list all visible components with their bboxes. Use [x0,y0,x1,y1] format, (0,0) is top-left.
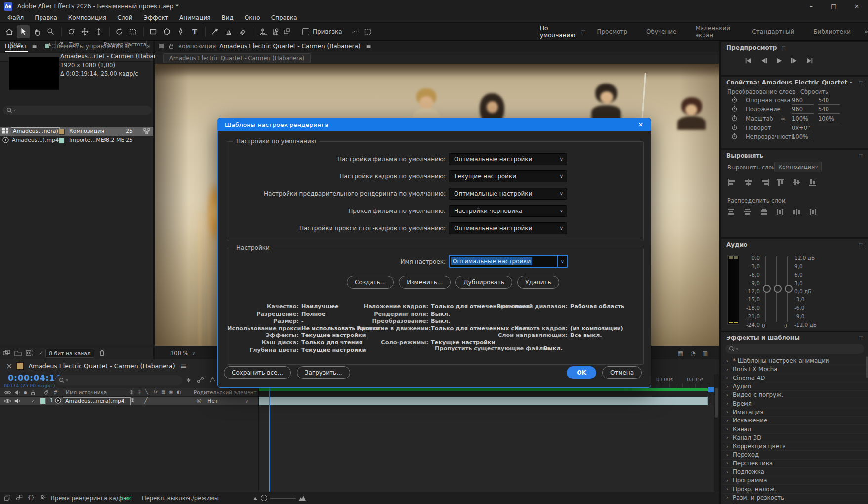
current-time-indicator[interactable] [269,374,270,492]
duplicate-template-button[interactable]: Дублировать [455,276,512,289]
grid-options-icon[interactable]: ▦ [678,350,683,357]
align-right-button[interactable] [760,178,770,186]
link-dimensions-icon[interactable]: ∞ [781,115,785,122]
comp-color-swatch[interactable] [16,362,24,370]
dialog-close-button[interactable]: × [637,120,644,129]
property-value[interactable]: 960 [792,97,814,105]
effects-search-input[interactable]: ∨ [725,344,864,354]
project-row-footage[interactable]: Amadeus…).mp4 Importe…MEX 78,2 МБ 25 [0,136,153,145]
search-options-icon[interactable]: ∨ [66,378,68,382]
workspace-standard[interactable]: Стандартный [743,28,804,35]
effects-category[interactable]: ›Разм. и резкость [721,494,868,502]
search-options-icon[interactable]: ∨ [736,347,738,351]
project-bit-depth-button[interactable]: 8 бит на канал [45,349,94,358]
shape-tool[interactable] [161,25,173,38]
distribute-left-button[interactable] [776,208,786,216]
label-column-icon[interactable] [43,390,49,396]
timeline-scrollbar[interactable] [714,374,719,492]
align-top-button[interactable] [776,178,786,186]
menu-view[interactable]: Вид [216,14,239,21]
dolly-camera-tool[interactable] [92,25,105,38]
align-bottom-button[interactable] [809,178,819,186]
effects-category[interactable]: ›Программа [721,476,868,485]
expressions-icon[interactable]: {} [28,494,35,501]
last-frame-button[interactable] [804,56,815,66]
timeline-menu-icon[interactable]: ≡ [180,361,187,371]
slider-knob[interactable] [785,285,793,293]
toggle-switches-modes-button[interactable]: Перекл. выключ./режимы [142,495,219,502]
project-panel-menu-icon[interactable]: ≡ [32,43,37,50]
audio-panel-menu-icon[interactable]: ≡ [858,241,863,248]
delete-template-button[interactable]: Удалить [517,276,559,289]
layer-color-swatch[interactable] [40,398,46,404]
home-tool[interactable] [3,25,16,38]
preview-panel-menu-icon[interactable]: ≡ [781,44,786,51]
hand-tool[interactable] [31,25,43,38]
pan-camera-tool[interactable] [79,25,91,38]
ok-button[interactable]: OK [567,366,596,379]
pen-tool[interactable] [174,25,187,38]
properties-panel-menu-icon[interactable]: ≡ [858,79,863,86]
workspace-default[interactable]: По умолчанию [531,25,584,39]
settings-name-input[interactable]: Оптимальные настройки ∨ [449,255,568,268]
preview-time-icon[interactable]: ◔ [690,350,695,357]
quality-switch-icon[interactable]: ╲ [145,389,148,395]
property-label[interactable]: Опорная точка [746,97,791,104]
next-frame-button[interactable] [789,56,800,66]
flowchart-icon[interactable] [143,128,150,134]
speaker-icon[interactable] [14,398,20,404]
property-value[interactable]: 960 [792,106,814,114]
project-row-composition[interactable]: Amadeus…nera) Композиция 25 [0,127,153,136]
close-tab-icon[interactable]: × [6,361,12,371]
transparency-grid-icon[interactable] [16,494,23,501]
minimize-button[interactable]: – [800,0,823,13]
composition-mini-tab[interactable]: Amadeus Electric Quartet - Carmen (Haban… [163,53,311,63]
fx-switch-icon[interactable]: fx [153,389,158,394]
layer-duration-bar[interactable] [258,397,708,405]
align-panel-menu-icon[interactable]: ≡ [858,152,863,159]
clone-stamp-tool[interactable] [222,25,235,38]
load-button[interactable]: Загрузить... [297,366,350,379]
property-value[interactable]: 540 [818,106,840,114]
menu-layer[interactable]: Слой [112,14,138,21]
eye-icon[interactable] [4,390,11,395]
collapse-switch-icon[interactable]: ☼ [137,389,142,395]
property-label[interactable]: Поворот [746,125,771,131]
orbit-camera-tool[interactable] [65,25,78,38]
track-area[interactable] [258,405,714,492]
menu-composition[interactable]: Композиция [63,14,112,21]
collapse-switch[interactable]: ⊕ [130,397,134,403]
stopwatch-icon[interactable] [731,96,738,103]
magnification-dropdown-icon[interactable]: ∨ [192,351,196,356]
workspace-libraries[interactable]: Библиотеки [804,28,860,35]
still-proxy-default-select[interactable]: Оптимальные настройки∨ [449,222,567,234]
distribute-center-horizontal-button[interactable] [792,208,802,216]
property-label[interactable]: Непрозрачность [746,133,795,140]
stopwatch-icon[interactable] [731,105,738,112]
source-name-column[interactable]: Имя источника [66,389,107,395]
effects-category[interactable]: ›Аудио [721,382,868,391]
panel-divider[interactable] [258,373,259,492]
label-color-swatch[interactable] [59,129,65,135]
menu-edit[interactable]: Правка [29,14,63,21]
composition-mini-flow-icon[interactable] [4,494,11,501]
column-rate[interactable]: Частота … [124,42,153,53]
stopwatch-icon[interactable] [731,115,738,122]
prerender-default-select[interactable]: Оптимальные настройки∨ [449,188,567,200]
workspace-small-screen[interactable]: Маленький экран [686,25,743,39]
new-composition-icon[interactable] [26,350,33,356]
distribute-right-button[interactable] [809,208,819,216]
type-tool[interactable]: T [188,25,201,38]
column-size[interactable]: Размер [104,42,123,47]
resolution-icon[interactable]: ▥ [703,350,708,357]
workspace-learn[interactable]: Обучение [637,28,686,35]
speaker-icon[interactable] [14,389,20,396]
brush-tool[interactable] [208,25,221,38]
effects-category[interactable]: ›Видео с погруж. [721,391,868,399]
slider-knob[interactable] [774,285,782,293]
effects-category[interactable]: ›Время [721,399,868,408]
close-button[interactable]: × [845,0,868,13]
camera-tool[interactable] [126,25,139,38]
layer-source-name[interactable]: Amadeus…nera).mp4 [63,397,131,405]
graph-editor-icon[interactable] [209,377,216,384]
